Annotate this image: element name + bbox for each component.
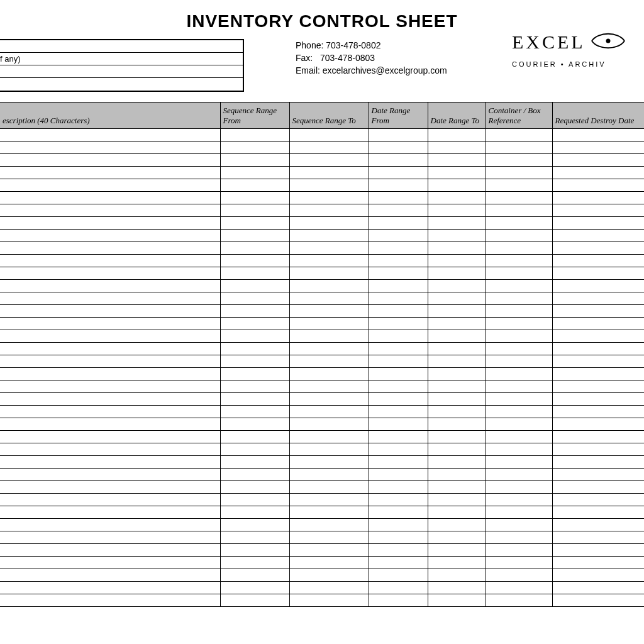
- table-cell[interactable]: [0, 318, 220, 330]
- table-cell[interactable]: [0, 355, 220, 368]
- table-cell[interactable]: [552, 167, 644, 179]
- table-cell[interactable]: [486, 292, 552, 305]
- table-cell[interactable]: [289, 154, 369, 167]
- table-cell[interactable]: [289, 368, 369, 380]
- table-cell[interactable]: [220, 280, 289, 292]
- table-cell[interactable]: [552, 569, 644, 582]
- table-cell[interactable]: [428, 594, 486, 607]
- table-cell[interactable]: [0, 506, 220, 519]
- table-cell[interactable]: [486, 469, 552, 481]
- table-cell[interactable]: [289, 255, 369, 267]
- table-cell[interactable]: [0, 431, 220, 443]
- table-cell[interactable]: [486, 129, 552, 142]
- table-cell[interactable]: [552, 582, 644, 594]
- table-cell[interactable]: [289, 506, 369, 519]
- table-cell[interactable]: [486, 280, 552, 292]
- table-cell[interactable]: [0, 469, 220, 481]
- table-cell[interactable]: [289, 582, 369, 594]
- table-cell[interactable]: [289, 594, 369, 607]
- table-cell[interactable]: [369, 569, 428, 582]
- table-cell[interactable]: [552, 557, 644, 569]
- table-cell[interactable]: [289, 494, 369, 506]
- table-cell[interactable]: [220, 531, 289, 544]
- table-cell[interactable]: [289, 431, 369, 443]
- table-cell[interactable]: [428, 167, 486, 179]
- table-cell[interactable]: [0, 594, 220, 607]
- table-cell[interactable]: [369, 318, 428, 330]
- table-cell[interactable]: [486, 204, 552, 217]
- table-cell[interactable]: [369, 544, 428, 557]
- table-cell[interactable]: [0, 481, 220, 494]
- table-cell[interactable]: [369, 167, 428, 179]
- table-cell[interactable]: [289, 242, 369, 255]
- table-cell[interactable]: [220, 469, 289, 481]
- table-cell[interactable]: [369, 519, 428, 531]
- table-cell[interactable]: [428, 255, 486, 267]
- table-cell[interactable]: [428, 292, 486, 305]
- table-cell[interactable]: [220, 355, 289, 368]
- table-cell[interactable]: [220, 506, 289, 519]
- table-cell[interactable]: [486, 594, 552, 607]
- table-cell[interactable]: [0, 494, 220, 506]
- table-cell[interactable]: [552, 204, 644, 217]
- table-cell[interactable]: [289, 380, 369, 393]
- table-cell[interactable]: [369, 406, 428, 418]
- table-cell[interactable]: [369, 355, 428, 368]
- table-cell[interactable]: [0, 292, 220, 305]
- table-cell[interactable]: [220, 582, 289, 594]
- table-cell[interactable]: [486, 569, 552, 582]
- table-cell[interactable]: [486, 431, 552, 443]
- table-cell[interactable]: [428, 343, 486, 355]
- table-cell[interactable]: [220, 242, 289, 255]
- table-cell[interactable]: [369, 142, 428, 154]
- table-cell[interactable]: [552, 230, 644, 242]
- table-cell[interactable]: [369, 431, 428, 443]
- table-cell[interactable]: [289, 142, 369, 154]
- table-cell[interactable]: [0, 204, 220, 217]
- table-cell[interactable]: [428, 569, 486, 582]
- table-cell[interactable]: [552, 494, 644, 506]
- table-cell[interactable]: [289, 355, 369, 368]
- table-cell[interactable]: [552, 129, 644, 142]
- table-cell[interactable]: [369, 330, 428, 343]
- table-cell[interactable]: [552, 544, 644, 557]
- table-cell[interactable]: [0, 142, 220, 154]
- table-cell[interactable]: [0, 217, 220, 230]
- table-cell[interactable]: [289, 217, 369, 230]
- table-cell[interactable]: [552, 368, 644, 380]
- table-cell[interactable]: [428, 318, 486, 330]
- table-cell[interactable]: [369, 494, 428, 506]
- table-cell[interactable]: [369, 129, 428, 142]
- table-cell[interactable]: [486, 305, 552, 318]
- table-cell[interactable]: [486, 154, 552, 167]
- table-cell[interactable]: [369, 481, 428, 494]
- table-cell[interactable]: [486, 167, 552, 179]
- table-cell[interactable]: [552, 330, 644, 343]
- table-cell[interactable]: [428, 129, 486, 142]
- table-cell[interactable]: [220, 330, 289, 343]
- table-cell[interactable]: [369, 154, 428, 167]
- table-cell[interactable]: [552, 506, 644, 519]
- table-cell[interactable]: [289, 204, 369, 217]
- table-cell[interactable]: [289, 343, 369, 355]
- table-cell[interactable]: [369, 443, 428, 456]
- table-cell[interactable]: [289, 292, 369, 305]
- table-cell[interactable]: [428, 544, 486, 557]
- table-cell[interactable]: [428, 494, 486, 506]
- table-cell[interactable]: [369, 305, 428, 318]
- table-cell[interactable]: [0, 531, 220, 544]
- table-cell[interactable]: [369, 267, 428, 280]
- table-cell[interactable]: [428, 154, 486, 167]
- table-cell[interactable]: [428, 142, 486, 154]
- table-cell[interactable]: [369, 531, 428, 544]
- table-cell[interactable]: [486, 380, 552, 393]
- table-cell[interactable]: [289, 406, 369, 418]
- table-cell[interactable]: [220, 267, 289, 280]
- table-cell[interactable]: [0, 544, 220, 557]
- table-cell[interactable]: [0, 154, 220, 167]
- table-cell[interactable]: [486, 217, 552, 230]
- table-cell[interactable]: [486, 355, 552, 368]
- table-cell[interactable]: [428, 217, 486, 230]
- table-cell[interactable]: [428, 582, 486, 594]
- table-cell[interactable]: [0, 406, 220, 418]
